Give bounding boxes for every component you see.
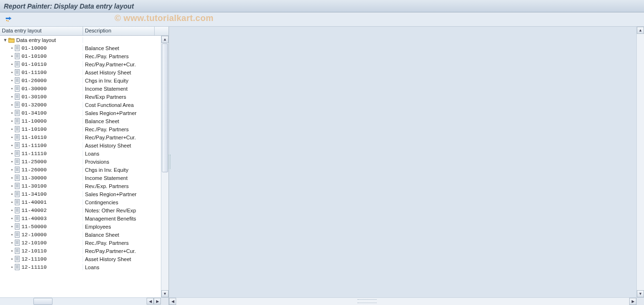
tree-item[interactable]: •11-40003Management Benefits <box>0 214 161 222</box>
document-icon <box>14 77 20 84</box>
tree-item[interactable]: •12-10110Rec/Pay.Partner+Cur. <box>0 247 161 255</box>
collapse-icon[interactable]: ▼ <box>3 38 8 42</box>
page-title: Report Painter: Display Data entry layou… <box>4 2 134 10</box>
scroll-right-icon[interactable]: ▶ <box>154 298 161 305</box>
tree-item[interactable]: •01-10100Rec./Pay. Partners <box>0 52 161 60</box>
titlebar: Report Painter: Display Data entry layou… <box>0 0 644 12</box>
bullet-icon: • <box>11 151 13 156</box>
scroll-left-icon[interactable]: ◀ <box>169 298 176 305</box>
item-code: 11-26000 <box>21 167 47 173</box>
item-description: Rec/Pay.Partner+Cur. <box>83 135 155 140</box>
item-description: Income Statement <box>83 175 155 181</box>
tree-horizontal-scrollbar[interactable]: ◀ ▶ <box>0 297 169 305</box>
document-icon <box>14 175 20 181</box>
bullet-icon: • <box>11 127 13 132</box>
item-code: 11-11100 <box>21 143 47 148</box>
tree-item[interactable]: •11-34100Sales Region+Partner <box>0 190 161 198</box>
item-code: 01-30100 <box>21 94 47 100</box>
item-code: 01-10000 <box>21 45 47 51</box>
tree-item[interactable]: •01-26000Chgs in Inv. Equity <box>0 76 161 84</box>
document-icon <box>14 240 20 246</box>
tree-item[interactable]: •12-11110Loans <box>0 263 161 271</box>
bullet-icon: • <box>11 86 13 91</box>
tree-item[interactable]: •01-10000Balance Sheet <box>0 44 161 52</box>
scroll-left-icon[interactable]: ◀ <box>147 298 154 305</box>
tree-item[interactable]: •01-10110Rec/Pay.Partner+Cur. <box>0 60 161 68</box>
column-header-code[interactable]: Data entry layout <box>0 27 83 35</box>
scroll-thumb[interactable] <box>162 43 168 172</box>
item-code: 11-34100 <box>21 191 47 197</box>
item-description: Rec./Pay. Partners <box>83 126 155 132</box>
item-description: Cost Functional Area <box>83 102 155 108</box>
scroll-up-icon[interactable]: ▲ <box>161 36 169 43</box>
execute-button[interactable] <box>4 14 14 25</box>
tree-item[interactable]: •11-11110Loans <box>0 149 161 158</box>
tree-item[interactable]: •12-10000Balance Sheet <box>0 231 161 239</box>
column-header-desc[interactable]: Description <box>83 27 155 35</box>
tree-item[interactable]: •12-11100Asset History Sheet <box>0 255 161 263</box>
bullet-icon: • <box>11 135 13 140</box>
tree-item[interactable]: •01-32000Cost Functional Area <box>0 101 161 109</box>
document-icon <box>14 150 20 157</box>
tree-item[interactable]: •11-40001Contingencies <box>0 198 161 206</box>
tree-body: ▼Data entry layout•01-10000Balance Sheet… <box>0 36 169 305</box>
scroll-down-icon[interactable]: ▼ <box>637 290 644 297</box>
splitter-handle[interactable] <box>169 155 170 169</box>
tree-item[interactable]: •11-30100Rev./Exp. Partners <box>0 182 161 190</box>
scroll-corner <box>161 298 169 305</box>
tree-item[interactable]: •12-10100Rec./Pay. Partners <box>0 239 161 247</box>
content-vertical-scrollbar[interactable]: ▲ ▼ <box>636 27 644 297</box>
item-description: Loans <box>83 151 155 157</box>
item-description: Provisions <box>83 159 155 165</box>
document-icon <box>14 69 20 75</box>
tree-vertical-scrollbar[interactable]: ▲ ▼ <box>161 36 169 297</box>
bullet-icon: • <box>11 119 13 124</box>
item-description: Balance Sheet <box>83 118 155 124</box>
tree-item[interactable]: •11-26000Chgs in Inv. Equity <box>0 166 161 174</box>
tree-root[interactable]: ▼Data entry layout <box>0 36 161 44</box>
bullet-icon: • <box>11 232 13 237</box>
document-icon <box>14 264 20 270</box>
item-description: Rec./Pay. Partners <box>83 240 155 246</box>
svg-point-2 <box>6 20 7 21</box>
tree-item[interactable]: •01-30000Income Statement <box>0 84 161 93</box>
tree-item[interactable]: •01-30100Rev/Exp Partners <box>0 93 161 101</box>
folder-icon <box>8 37 15 43</box>
document-icon <box>14 102 20 108</box>
document-icon <box>14 142 20 148</box>
tree-item[interactable]: •11-11100Asset History Sheet <box>0 141 161 149</box>
tree-item[interactable]: •11-30000Income Statement <box>0 174 161 182</box>
hscroll-grip-icon[interactable] <box>358 299 377 303</box>
bullet-icon: • <box>11 46 13 51</box>
item-description: Rec./Pay. Partners <box>83 53 155 59</box>
bullet-icon: • <box>11 257 13 262</box>
bullet-icon: • <box>11 208 13 213</box>
item-code: 01-10110 <box>21 62 47 67</box>
bullet-icon: • <box>11 111 13 116</box>
tree-item[interactable]: •11-10110Rec/Pay.Partner+Cur. <box>0 133 161 141</box>
scroll-right-icon[interactable]: ▶ <box>629 298 636 305</box>
content-horizontal-scrollbar[interactable]: ◀ ▶ <box>169 297 636 305</box>
bullet-icon: • <box>11 95 13 99</box>
tree-item[interactable]: •11-40002Notes: Other Rev/Exp <box>0 206 161 214</box>
tree-item[interactable]: •11-10000Balance Sheet <box>0 117 161 125</box>
tree-item[interactable]: •11-25000Provisions <box>0 158 161 166</box>
item-description: Loans <box>83 264 155 270</box>
tree-item[interactable]: •11-50000Employees <box>0 222 161 231</box>
bullet-icon: • <box>11 54 13 59</box>
scroll-up-icon[interactable]: ▲ <box>637 27 644 34</box>
tree-root-label: Data entry layout <box>16 37 56 43</box>
item-description: Chgs in Inv. Equity <box>83 167 155 173</box>
document-icon <box>14 167 20 173</box>
item-description: Contingencies <box>83 200 155 205</box>
item-code: 12-10000 <box>21 232 47 238</box>
tree-item[interactable]: •01-11100Asset History Sheet <box>0 68 161 76</box>
tree-item[interactable]: •11-10100Rec./Pay. Partners <box>0 125 161 133</box>
tree-item[interactable]: •01-34100Sales Region+Partner <box>0 109 161 117</box>
item-code: 01-10100 <box>21 53 47 59</box>
bullet-icon: • <box>11 224 13 229</box>
hscroll-grip[interactable] <box>33 298 53 305</box>
scroll-down-icon[interactable]: ▼ <box>161 290 169 297</box>
bullet-icon: • <box>11 184 13 189</box>
item-code: 01-32000 <box>21 102 47 108</box>
